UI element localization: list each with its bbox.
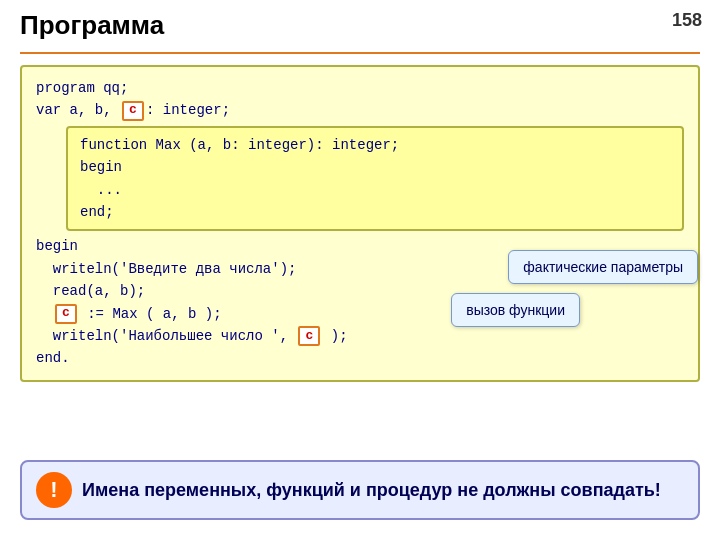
func-block: function Max (a, b: integer): integer; b… <box>66 126 684 232</box>
tooltip-faktich: фактические параметры <box>508 250 698 284</box>
code-text: function Max (a, b: integer): integer; <box>80 134 399 156</box>
func-line-2: begin <box>80 156 670 178</box>
tooltip-vyzov: вызов функции <box>451 293 580 327</box>
code-text: : integer; <box>146 99 230 121</box>
var-c-1: c <box>122 101 144 121</box>
code-text: begin <box>80 156 122 178</box>
code-text: := Max ( a, b ); <box>79 303 222 325</box>
code-text: program qq; <box>36 77 128 99</box>
code-text <box>36 303 53 325</box>
warning-text: Имена переменных, функций и процедур не … <box>82 480 661 501</box>
code-text: end. <box>36 347 70 369</box>
code-text: read(a, b); <box>36 280 145 302</box>
code-line-1: program qq; <box>36 77 684 99</box>
code-text: var a, b, <box>36 99 120 121</box>
code-text: ... <box>80 179 122 201</box>
code-text: writeln('Наибольшее число ', <box>36 325 296 347</box>
var-c-2: c <box>55 304 77 324</box>
code-text: writeln('Введите два числа'); <box>36 258 296 280</box>
page-title: Программа <box>20 10 164 41</box>
code-line-8: end. <box>36 347 684 369</box>
func-line-1: function Max (a, b: integer): integer; <box>80 134 670 156</box>
divider <box>20 52 700 54</box>
warning-icon: ! <box>36 472 72 508</box>
code-line-7: writeln('Наибольшее число ', c ); <box>36 325 684 347</box>
code-line-2: var a, b, c: integer; <box>36 99 684 121</box>
warning-block: ! Имена переменных, функций и процедур н… <box>20 460 700 520</box>
code-text: ); <box>322 325 347 347</box>
code-text: begin <box>36 235 78 257</box>
func-line-3: ... <box>80 179 670 201</box>
page-number: 158 <box>672 10 702 31</box>
code-block: program qq; var a, b, c: integer; functi… <box>20 65 700 382</box>
code-line-6: c := Max ( a, b ); <box>36 303 684 325</box>
var-c-3: c <box>298 326 320 346</box>
func-line-4: end; <box>80 201 670 223</box>
code-text: end; <box>80 201 114 223</box>
